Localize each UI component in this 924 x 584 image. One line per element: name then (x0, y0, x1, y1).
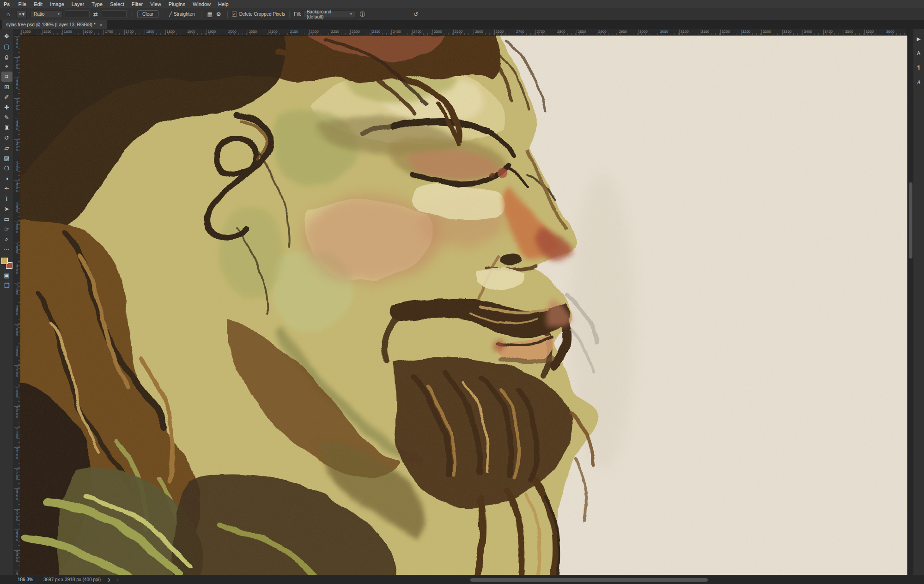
status-bar: 186.3% 3697 px x 3918 px (400 ppi) ❯ ‹ (0, 575, 924, 584)
screen-mode[interactable]: ❐ (1, 280, 12, 290)
glyphs-panel-icon[interactable]: A (914, 77, 924, 87)
ruler-tick: 2 1 0 0 (14, 427, 20, 439)
ruler-tick: 1600 (62, 30, 72, 35)
crop-tool-preset[interactable]: ⌗ ▾ (16, 11, 27, 18)
delete-cropped-pixels-checkbox[interactable]: ✓ (232, 12, 237, 17)
blur-tool[interactable]: ❍ (1, 163, 12, 173)
rectangular-marquee-tool[interactable]: ▢ (1, 41, 12, 51)
rectangle-tool[interactable]: ▭ (1, 214, 12, 224)
menu-window[interactable]: Window (189, 1, 214, 7)
ruler-tick: 2300 (350, 30, 360, 35)
fill-label: Fill: (294, 12, 301, 17)
info-icon[interactable]: ⓘ (358, 11, 367, 18)
home-icon[interactable]: ⌂ (5, 11, 12, 18)
eraser-tool[interactable]: ▱ (1, 143, 12, 153)
zoom-tool[interactable]: ⌕ (1, 234, 12, 244)
horizontal-ruler[interactable]: 1500155016001650170017501800185019001950… (20, 29, 907, 36)
ruler-tick: 1900 (186, 30, 195, 35)
brush-tool[interactable]: ✎ (1, 112, 12, 122)
hand-tool[interactable]: ☞ (1, 224, 12, 234)
ruler-tick: 3300 (761, 30, 771, 35)
move-tool[interactable]: ✥ (1, 31, 12, 41)
ruler-tick: 1550 (42, 30, 52, 35)
ruler-tick: 2 0 0 0 (14, 386, 20, 398)
document-tab[interactable]: sylas free.psd @ 186% (Layer 13, RGB/8) … (2, 20, 107, 29)
ruler-tick: 1750 (124, 30, 134, 35)
dodge-tool[interactable]: ◑ (1, 173, 12, 183)
pen-tool[interactable]: ✒ (1, 183, 12, 193)
menu-plugins[interactable]: Plugins (165, 1, 189, 7)
menu-file[interactable]: File (14, 1, 30, 7)
overlay-options-icon[interactable]: ▦ (206, 11, 214, 18)
horizontal-scrollbar-thumb[interactable] (470, 578, 708, 582)
ruler-tick: 1700 (103, 30, 113, 35)
status-menu-arrow-icon[interactable]: ❯ (107, 578, 111, 582)
chevron-down-icon: ▾ (22, 12, 24, 17)
ruler-tick: 3000 (638, 30, 648, 35)
ruler-tick: 1 8 0 0 (14, 304, 20, 316)
close-icon[interactable]: × (100, 22, 103, 28)
document-tab-title: sylas free.psd @ 186% (Layer 13, RGB/8) … (6, 22, 96, 27)
history-brush-tool[interactable]: ↺ (1, 132, 12, 143)
ruler-tick: 1500 (21, 30, 31, 35)
zoom-level-field[interactable]: 186.3% (18, 577, 37, 582)
foreground-color-swatch[interactable] (1, 258, 8, 264)
ruler-tick: 2250 (330, 30, 340, 35)
gradient-tool[interactable]: ▨ (1, 153, 12, 163)
divider (289, 11, 290, 18)
app-logo: Ps (4, 1, 10, 7)
menu-view[interactable]: View (146, 1, 165, 7)
menu-image[interactable]: Image (46, 1, 68, 7)
type-tool[interactable]: T (1, 193, 12, 204)
crop-height-input[interactable] (102, 10, 127, 18)
ruler-tick: 1 7 0 0 (14, 263, 20, 275)
ruler-tick: 3400 (802, 30, 812, 35)
vertical-scrollbar-thumb[interactable] (909, 182, 912, 259)
menu-help[interactable]: Help (214, 1, 232, 7)
ruler-tick: 3500 (844, 30, 853, 35)
crop-tool[interactable]: ⌗ (1, 72, 12, 82)
divider (201, 11, 201, 18)
paragraph-panel-icon[interactable]: ¶ (914, 62, 924, 72)
ruler-tick: 1650 (83, 30, 93, 35)
path-selection-tool[interactable]: ➤ (1, 204, 12, 214)
gear-icon[interactable]: ⚙ (214, 11, 223, 18)
healing-brush-tool[interactable]: ✚ (1, 102, 12, 112)
crop-width-input[interactable] (65, 10, 90, 18)
clear-button[interactable]: Clear (137, 10, 158, 18)
ruler-corner[interactable] (14, 29, 20, 36)
lasso-tool[interactable]: ϱ (1, 51, 12, 61)
straighten-button[interactable]: ╱ Straighten (169, 12, 195, 17)
menu-edit[interactable]: Edit (30, 1, 46, 7)
expand-panels-icon[interactable]: ▶ (914, 34, 924, 44)
ruler-tick: 1 6 5 0 (14, 242, 20, 254)
options-bar: ⌂ ⌗ ▾ Ratio ▾ ⇄ Clear ╱ Straighten ▦ ⚙ ✓… (0, 8, 924, 20)
edit-toolbar[interactable]: ⋯ (1, 244, 12, 254)
vertical-scrollbar[interactable] (907, 29, 913, 575)
canvas[interactable] (20, 36, 907, 575)
vertical-ruler[interactable]: 1 1 5 01 2 0 01 2 5 01 3 0 01 3 5 01 4 0… (14, 36, 20, 575)
menu-filter[interactable]: Filter (128, 1, 146, 7)
fill-select[interactable]: Background (default) ▾ (304, 10, 355, 18)
menu-select[interactable]: Select (106, 1, 128, 7)
quick-mask-mode[interactable]: ▣ (1, 270, 12, 280)
ruler-tick: 1 9 5 0 (14, 365, 20, 377)
ruler-tick: 2350 (371, 30, 381, 35)
menu-layer[interactable]: Layer (68, 1, 88, 7)
ruler-tick: 2850 (577, 30, 586, 35)
crop-ratio-select[interactable]: Ratio ▾ (30, 10, 63, 18)
object-selection-tool[interactable]: ⌖ (1, 61, 12, 72)
ruler-tick: 2200 (309, 30, 319, 35)
panel-strip: ▶A¶A (913, 29, 924, 575)
character-panel-icon[interactable]: A (914, 48, 924, 58)
delete-cropped-pixels-label: Delete Cropped Pixels (239, 12, 286, 17)
ruler-tick: 2 2 0 0 (14, 468, 20, 480)
swap-dimensions-icon[interactable]: ⇄ (91, 11, 100, 18)
color-swatches[interactable] (1, 257, 13, 269)
menu-type[interactable]: Type (88, 1, 106, 7)
reset-icon[interactable]: ↺ (412, 11, 420, 18)
eyedropper-tool[interactable]: ✐ (1, 92, 12, 102)
ruler-tick: 2550 (453, 30, 463, 35)
frame-tool[interactable]: ⊞ (1, 82, 12, 92)
clone-stamp-tool[interactable]: ♜ (1, 122, 12, 132)
